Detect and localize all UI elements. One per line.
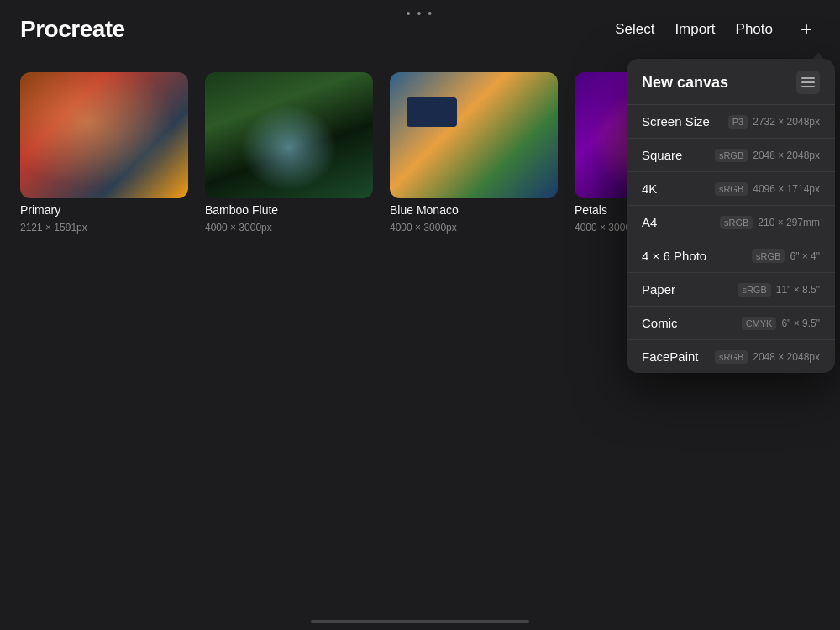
canvas-option-dims-4k: 4096 × 1714px <box>753 183 820 195</box>
canvas-option-dims-square: 2048 × 2048px <box>753 150 820 161</box>
artwork-item-bamboo-flute[interactable]: Bamboo Flute 4000 × 3000px <box>205 72 373 234</box>
canvas-option-badge-4k: sRGB <box>715 182 748 196</box>
new-canvas-dropdown: New canvas Screen Size P3 2732 × 2048px … <box>627 59 835 373</box>
canvas-options-list: Screen Size P3 2732 × 2048px Square sRGB… <box>627 105 835 373</box>
scrollbar[interactable] <box>311 620 529 623</box>
canvas-option-badge-facepaint: sRGB <box>715 350 748 364</box>
canvas-option-4k[interactable]: 4K sRGB 4096 × 1714px <box>627 172 835 206</box>
svg-rect-2 <box>801 86 815 87</box>
artwork-item-primary[interactable]: Primary 2121 × 1591px <box>20 72 188 234</box>
plus-icon: + <box>801 18 812 41</box>
canvas-option-badge-paper: sRGB <box>738 283 770 297</box>
select-button[interactable]: Select <box>615 21 654 38</box>
artwork-thumb-bamboo-flute <box>205 72 373 198</box>
artwork-dims-primary: 2121 × 1591px <box>20 222 188 234</box>
canvas-option-dims-a4: 210 × 297mm <box>758 217 820 228</box>
canvas-option-badge-square: sRGB <box>715 149 748 162</box>
app-title: Procreate <box>20 16 125 43</box>
canvas-option-dims-facepaint: 2048 × 2048px <box>753 351 820 363</box>
photo-button[interactable]: Photo <box>736 21 773 38</box>
svg-rect-1 <box>801 81 815 83</box>
canvas-option-dims-4--6-photo: 6" × 4" <box>790 250 820 262</box>
canvas-option-name-a4: A4 <box>642 215 720 229</box>
top-dots: • • • <box>407 7 433 20</box>
canvas-option-name-square: Square <box>642 148 715 162</box>
svg-rect-0 <box>801 77 815 79</box>
artwork-title-blue-monaco: Blue Monaco <box>390 203 558 217</box>
canvas-option-name-4--6-photo: 4 × 6 Photo <box>642 249 752 263</box>
canvas-option-badge-4--6-photo: sRGB <box>752 249 785 263</box>
topbar-actions: Select Import Photo + <box>615 16 820 43</box>
artwork-dims-bamboo-flute: 4000 × 3000px <box>205 222 373 234</box>
artwork-dims-blue-monaco: 4000 × 3000px <box>390 222 558 234</box>
canvas-option-facepaint[interactable]: FacePaint sRGB 2048 × 2048px <box>627 340 835 373</box>
artwork-title-primary: Primary <box>20 203 188 217</box>
canvas-option-dims-paper: 11" × 8.5" <box>776 284 820 296</box>
new-canvas-title: New canvas <box>642 74 728 92</box>
canvas-option-dims-comic: 6" × 9.5" <box>781 318 820 329</box>
canvas-option-name-paper: Paper <box>642 282 738 297</box>
canvas-option-name-screen-size: Screen Size <box>642 114 728 129</box>
canvas-option-name-facepaint: FacePaint <box>642 349 715 364</box>
artwork-thumb-primary <box>20 72 188 198</box>
canvas-option-paper[interactable]: Paper sRGB 11" × 8.5" <box>627 273 835 307</box>
canvas-option-screen-size[interactable]: Screen Size P3 2732 × 2048px <box>627 105 835 139</box>
canvas-option-comic[interactable]: Comic CMYK 6" × 9.5" <box>627 307 835 340</box>
canvas-option-name-comic: Comic <box>642 316 742 330</box>
canvas-option-square[interactable]: Square sRGB 2048 × 2048px <box>627 139 835 172</box>
artwork-thumb-blue-monaco <box>390 72 558 198</box>
canvas-option-dims-screen-size: 2732 × 2048px <box>753 116 820 128</box>
canvas-option-badge-comic: CMYK <box>742 317 777 330</box>
canvas-option-a4[interactable]: A4 sRGB 210 × 297mm <box>627 206 835 239</box>
import-button[interactable]: Import <box>675 21 715 38</box>
new-canvas-header: New canvas <box>627 59 835 105</box>
new-canvas-edit-button[interactable] <box>796 71 820 94</box>
artwork-title-bamboo-flute: Bamboo Flute <box>205 203 373 217</box>
new-canvas-button[interactable]: + <box>793 16 820 43</box>
canvas-option-4--6-photo[interactable]: 4 × 6 Photo sRGB 6" × 4" <box>627 239 835 273</box>
canvas-option-badge-a4: sRGB <box>720 216 753 229</box>
artwork-item-blue-monaco[interactable]: Blue Monaco 4000 × 3000px <box>390 72 558 234</box>
canvas-option-badge-screen-size: P3 <box>728 115 748 129</box>
list-icon <box>801 77 815 87</box>
canvas-option-name-4k: 4K <box>642 181 715 196</box>
